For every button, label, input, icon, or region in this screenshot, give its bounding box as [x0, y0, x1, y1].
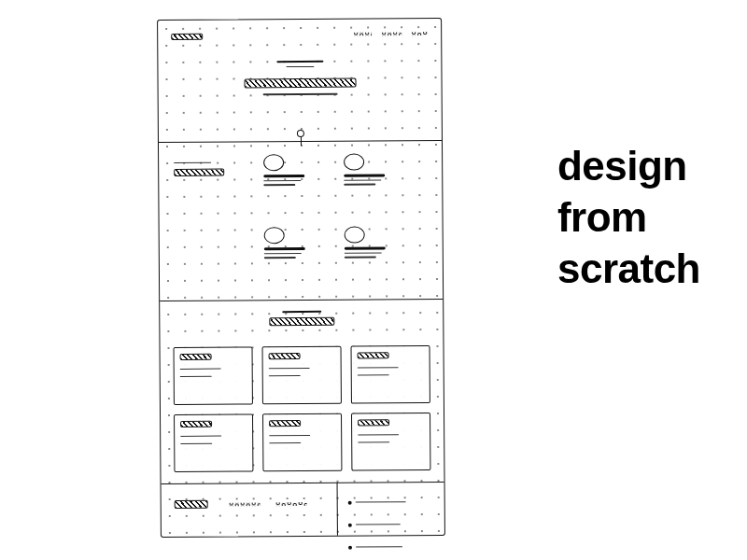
card-line — [269, 442, 301, 444]
features-section — [159, 140, 443, 301]
card-title — [180, 421, 212, 427]
feature-item — [344, 153, 409, 185]
feature-item — [263, 154, 329, 186]
card-line — [269, 435, 310, 437]
nav-item — [411, 32, 428, 35]
feature-title — [263, 175, 304, 177]
bullet-icon — [348, 523, 352, 526]
hero-eyebrow-sub — [286, 66, 314, 68]
bullet-icon — [348, 545, 352, 549]
bullet-line — [356, 501, 406, 503]
card — [262, 413, 342, 472]
feature-line — [264, 253, 302, 255]
feature-item — [345, 226, 410, 258]
feature-title — [344, 174, 385, 176]
cards-section — [160, 299, 444, 483]
cards-header — [269, 311, 334, 326]
feature-line — [345, 252, 382, 254]
wireframe-frame — [157, 18, 445, 538]
hero-subline — [262, 93, 337, 95]
bullet-icon — [348, 500, 352, 504]
feature-icon — [345, 227, 365, 244]
footer-bullet-row — [348, 538, 435, 555]
footer-bullets — [348, 493, 435, 555]
cards-eyebrow — [282, 311, 321, 313]
card — [174, 413, 253, 472]
side-label-2 — [174, 169, 224, 176]
slide-caption: design from scratch — [557, 140, 700, 294]
cards-grid — [174, 345, 431, 472]
card — [351, 413, 430, 471]
feature-line — [344, 184, 375, 186]
card-line — [180, 436, 221, 438]
card-line — [180, 376, 212, 378]
bullet-line — [356, 524, 401, 525]
footer-nav — [275, 502, 307, 506]
hero-section — [158, 19, 442, 142]
feature-title — [264, 247, 305, 250]
footer-bullet-row — [348, 493, 435, 511]
nav-item — [353, 32, 372, 35]
feature-icon — [263, 154, 284, 171]
feature-icon — [264, 227, 285, 244]
feature-item — [264, 227, 330, 259]
features-side-label — [174, 162, 224, 177]
feature-line — [263, 180, 301, 182]
hero-eyebrow — [276, 61, 323, 63]
footer-nav — [229, 502, 261, 506]
nav-item — [381, 32, 402, 35]
feature-line — [345, 257, 376, 259]
card-line — [358, 374, 389, 376]
card-title — [358, 352, 389, 358]
hero-headline — [244, 78, 356, 89]
footer-divider — [336, 483, 337, 536]
nav-cluster — [353, 32, 428, 36]
card-line — [358, 367, 399, 369]
feature-icon — [344, 154, 364, 171]
card-title — [269, 353, 301, 359]
card-title — [180, 354, 212, 360]
card — [351, 345, 430, 404]
card-line — [180, 443, 212, 445]
hero-text-stack — [234, 61, 365, 96]
cards-title — [269, 317, 334, 326]
side-label-1 — [174, 162, 211, 164]
caption-line-1: design — [557, 140, 700, 191]
logo-placeholder — [171, 34, 203, 40]
feature-line — [264, 257, 296, 259]
footer-bullet-row — [348, 515, 435, 533]
card-line — [358, 441, 389, 443]
card-title — [358, 419, 389, 426]
card — [174, 346, 253, 405]
footer-section — [162, 482, 444, 537]
card — [262, 346, 342, 405]
footer-logo — [175, 500, 208, 509]
card-line — [358, 434, 399, 436]
card-line — [180, 369, 221, 371]
bullet-line — [356, 546, 402, 548]
feature-title — [345, 246, 386, 249]
card-line — [269, 375, 301, 377]
feature-line — [344, 179, 381, 181]
wireframe-sketch — [159, 19, 444, 537]
pin-icon — [296, 130, 303, 137]
card-title — [269, 420, 301, 427]
caption-line-2: from — [557, 191, 700, 243]
feature-line — [263, 184, 295, 186]
caption-line-3: scratch — [557, 243, 700, 294]
card-line — [269, 368, 310, 370]
